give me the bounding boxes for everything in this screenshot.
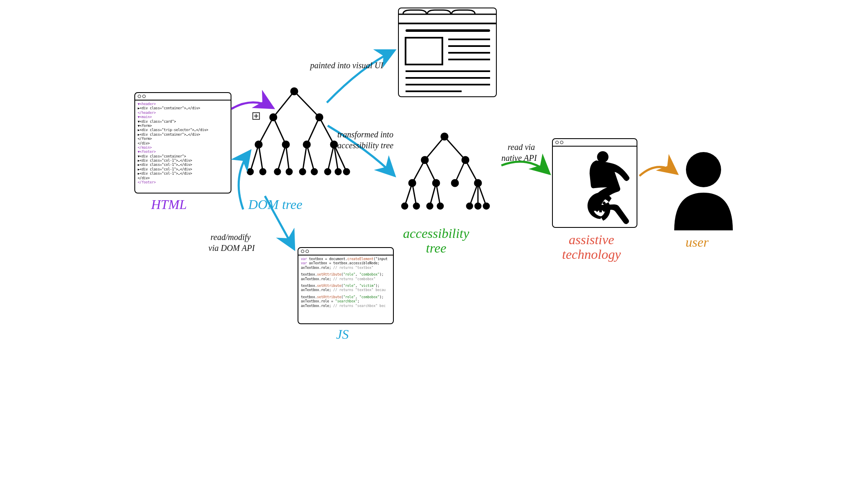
label-transformed-2: accessibility tree bbox=[337, 141, 393, 150]
label-dom-tree: DOM tree bbox=[248, 197, 302, 212]
label-readvia-2: native API bbox=[501, 153, 537, 163]
label-user: user bbox=[686, 235, 709, 250]
label-accessibility-tree: accessibility tree bbox=[403, 226, 469, 255]
label-transformed-1: transformed into bbox=[337, 130, 393, 139]
label-assistive-technology: assistive technology bbox=[562, 232, 621, 262]
label-js: JS bbox=[336, 327, 349, 340]
label-readmodify-1: read/modify bbox=[211, 232, 251, 242]
arrow-acc-to-at bbox=[501, 162, 550, 174]
arrow-dom-to-ui bbox=[327, 50, 395, 103]
arrows-layer bbox=[127, 0, 741, 340]
arrow-html-to-dom bbox=[231, 102, 273, 109]
label-html: HTML bbox=[151, 197, 187, 212]
diagram-canvas: ▼<header> ▶<div class="container">…</div… bbox=[127, 0, 741, 340]
label-painted: painted into visual UI bbox=[310, 61, 383, 70]
label-readvia-1: read via bbox=[508, 142, 535, 152]
arrow-at-to-user bbox=[639, 167, 677, 176]
label-readmodify-2: via DOM API bbox=[208, 243, 255, 253]
